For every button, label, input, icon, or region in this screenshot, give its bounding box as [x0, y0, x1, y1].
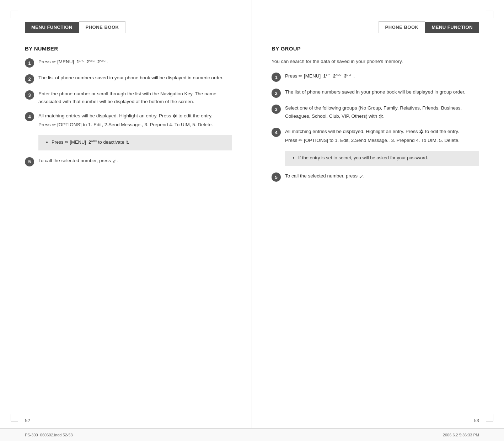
right-asterisk-icon-2: ✲	[419, 127, 424, 137]
right-tab1: PHONE BOOK	[379, 21, 425, 33]
left-step-1: 1 Press ✏ [MENU] 11·?, 2ABC 2ABC .	[25, 58, 232, 68]
right-page: PHONE BOOK MENU FUNCTION BY GROUP You ca…	[252, 0, 504, 441]
left-section-title: BY NUMBER	[25, 46, 232, 52]
call-icon-1: ↙	[112, 157, 117, 165]
key-2abc-1: 2ABC	[86, 59, 95, 65]
left-step2-content: The list of phone numbers saved in your …	[38, 74, 232, 82]
right-step-2: 2 The list of phone numbers saved in you…	[272, 88, 479, 98]
left-tab2: PHONE BOOK	[79, 21, 126, 33]
right-section-subtitle: You can search for the data of saved in …	[272, 58, 479, 65]
key-2abc-2: 2ABC	[97, 59, 106, 65]
right-note-box: If the entry is set to secret, you will …	[285, 151, 479, 166]
left-step-2: 2 The list of phone numbers saved in you…	[25, 74, 232, 84]
left-tab1: MENU FUNCTION	[25, 22, 79, 33]
asterisk-icon-1: ✲	[172, 112, 177, 121]
right-pencil-icon-2: ✏	[299, 137, 302, 144]
left-note-box: Press ✏ [MENU] 2ABC to deactivate it.	[38, 135, 232, 150]
step-number-1: 1	[25, 58, 34, 68]
left-step5-content: To call the selected number, press ↙.	[38, 157, 232, 165]
right-step3-content: Select one of the following groups (No G…	[285, 104, 479, 121]
right-step-number-4: 4	[272, 128, 281, 137]
right-page-number: 53	[474, 418, 479, 423]
right-tab2: MENU FUNCTION	[425, 22, 479, 33]
right-note-text: If the entry is set to secret, you will …	[298, 154, 473, 161]
left-header: MENU FUNCTION PHONE BOOK	[25, 21, 232, 33]
right-key-1: 11·?,	[323, 73, 331, 80]
left-step3-content: Enter the phone number or scroll through…	[38, 90, 232, 105]
right-step-1: 1 Press ✏ [MENU] 11·?, 2ABC 3DEF .	[272, 72, 479, 82]
right-step2-content: The list of phone numbers saved in your …	[285, 88, 479, 96]
right-pencil-icon-1: ✏	[299, 73, 302, 80]
bottom-bar: PS-300_060602.indd 52-53 2006.6.2 5:36:3…	[0, 428, 504, 441]
right-step-4: 4 All matching entries will be displayed…	[272, 127, 479, 144]
right-step-number-3: 3	[272, 105, 281, 114]
left-step1-content: Press ✏ [MENU] 11·?, 2ABC 2ABC .	[38, 58, 232, 66]
right-step5-content: To call the selected number, press ↙.	[285, 172, 479, 180]
pencil-icon-3: ✏	[65, 139, 69, 146]
bottom-left-text: PS-300_060602.indd 52-53	[25, 433, 73, 437]
right-step-number-5: 5	[272, 172, 281, 182]
left-step-4: 4 All matching entries will be displayed…	[25, 112, 232, 128]
right-section-title: BY GROUP	[272, 46, 479, 52]
pencil-icon-2: ✏	[52, 121, 56, 129]
key-2abc-note: 2ABC	[89, 139, 97, 145]
right-step-5: 5 To call the selected number, press ↙.	[272, 172, 479, 182]
right-step4-content: All matching entries will be displayed. …	[285, 127, 479, 144]
right-step1-content: Press ✏ [MENU] 11·?, 2ABC 3DEF .	[285, 72, 479, 80]
step-number-5: 5	[25, 157, 34, 166]
left-step-3: 3 Enter the phone number or scroll throu…	[25, 90, 232, 105]
left-step-5: 5 To call the selected number, press ↙.	[25, 157, 232, 166]
left-page: MENU FUNCTION PHONE BOOK BY NUMBER 1 Pre…	[0, 0, 252, 441]
step-number-2: 2	[25, 74, 34, 84]
right-header: PHONE BOOK MENU FUNCTION	[272, 21, 479, 33]
right-key-2abc: 2ABC	[333, 73, 341, 80]
pencil-icon-1: ✏	[52, 58, 56, 66]
call-icon-2: ↙	[359, 172, 363, 180]
step-number-3: 3	[25, 90, 34, 100]
right-step-number-1: 1	[272, 73, 281, 82]
left-step4-content: All matching entries will be displayed. …	[38, 112, 232, 128]
left-note-text: Press ✏ [MENU] 2ABC to deactivate it.	[52, 139, 226, 146]
right-step-number-2: 2	[272, 89, 281, 98]
right-step-3: 3 Select one of the following groups (No…	[272, 104, 479, 121]
step-number-4: 4	[25, 112, 34, 121]
left-page-number: 52	[25, 418, 30, 423]
bottom-right-text: 2006.6.2 5:36:33 PM	[443, 433, 479, 437]
right-key-3def: 3DEF	[344, 73, 352, 80]
right-asterisk-icon-1: ✲	[379, 112, 383, 121]
key-1: 11·?,	[77, 59, 84, 65]
